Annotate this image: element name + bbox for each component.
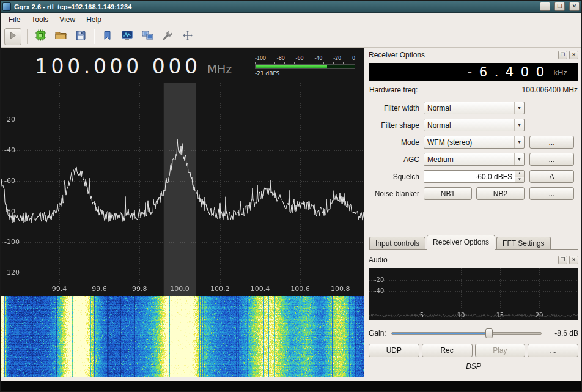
smeter-tick: -100 (255, 56, 266, 61)
iq-tool-button[interactable] (120, 28, 134, 45)
receiver-dock-close-button[interactable]: ✕ (569, 51, 578, 59)
noise-blanker-label: Noise blanker (369, 190, 424, 198)
filter-width-select[interactable]: Normal ▾ (424, 102, 525, 114)
toolbar-separator (27, 29, 28, 44)
toolbar-separator (94, 29, 94, 44)
mode-select[interactable]: WFM (stereo) ▾ (424, 136, 525, 149)
agc-row: AGC Medium ▾ ... (369, 153, 578, 166)
hardware-freq-row: Hardware freq: 100.006400 MHz (369, 86, 578, 94)
tab-fft-settings[interactable]: FFT Settings (496, 237, 550, 249)
frequency-row: 100.000 000MHz -100 -80 -60 -40 -20 0 (1, 48, 364, 83)
gain-row: Gain: -8.6 dB (369, 328, 578, 338)
waterfall[interactable] (1, 296, 364, 377)
smeter-tick: 0 (352, 56, 355, 61)
nb2-button[interactable]: NB2 (476, 187, 525, 200)
play-button[interactable]: Play (475, 344, 526, 357)
spectrum-plot[interactable]: -20-40-60-80-100-120 99.499.699.8100.010… (1, 83, 364, 296)
dock-tabs: Input controls Receiver Options FFT Sett… (369, 235, 578, 250)
menu-file[interactable]: File (3, 14, 26, 25)
fullscreen-button[interactable] (180, 28, 195, 45)
gain-value: -8.6 dB (547, 329, 578, 338)
menu-help[interactable]: Help (81, 14, 107, 25)
frequency-display[interactable]: 100.000 000MHz (35, 54, 232, 78)
filter-shape-label: Filter shape (369, 121, 424, 130)
mode-options-button[interactable]: ... (529, 136, 574, 149)
filter-shape-select[interactable]: Normal ▾ (424, 119, 525, 131)
right-panel: Receiver Options ❐ ✕ -6.400 kHz Hardware… (364, 48, 581, 377)
gain-slider[interactable] (391, 328, 542, 338)
dsp-label: DSP (369, 362, 578, 371)
save-settings-button[interactable] (73, 28, 88, 45)
filter-width-value: Normal (424, 104, 514, 113)
receiver-dock-float-button[interactable]: ❐ (558, 51, 567, 59)
minimize-button[interactable]: _ (540, 2, 550, 11)
filter-offset-display[interactable]: -6.400 kHz (369, 63, 578, 81)
dsp-settings-button[interactable] (160, 28, 175, 45)
squelch-row: Squelch -60,0 dBFS ▲ ▼ A (369, 170, 578, 183)
chevron-down-icon: ▾ (514, 153, 524, 165)
gain-slider-groove[interactable] (391, 332, 542, 335)
mode-row: Mode WFM (stereo) ▾ ... (369, 136, 578, 149)
spectrum-canvas[interactable] (1, 83, 364, 296)
io-devices-button[interactable] (33, 28, 48, 45)
filter-offset-digits[interactable]: -6.400 (468, 65, 551, 80)
start-dsp-button[interactable] (4, 28, 21, 45)
gain-label: Gain: (369, 329, 386, 338)
squelch-label: Squelch (369, 172, 424, 181)
smeter-tick: -40 (314, 56, 322, 61)
chevron-down-icon: ▾ (514, 102, 524, 114)
audio-options-button[interactable]: ... (528, 344, 578, 357)
filter-width-row: Filter width Normal ▾ (369, 102, 578, 114)
audio-buttons-row: UDP Rec Play ... (369, 344, 578, 357)
noise-blanker-options-button[interactable]: ... (529, 187, 574, 200)
audio-dock-close-button[interactable]: ✕ (569, 256, 578, 264)
bookmark-icon (103, 31, 111, 43)
close-button[interactable]: ✕ (569, 2, 580, 11)
signal-meter-reading: -21 dBFS (255, 70, 355, 76)
signal-meter-scale: -100 -80 -60 -40 -20 0 (255, 56, 355, 61)
load-settings-button[interactable] (53, 28, 68, 45)
wrench-icon (162, 30, 173, 43)
squelch-auto-button[interactable]: A (529, 170, 574, 183)
agc-select[interactable]: Medium ▾ (424, 153, 525, 166)
audio-dock-float-button[interactable]: ❐ (558, 256, 567, 264)
tab-input-controls[interactable]: Input controls (369, 237, 425, 249)
agc-options-button[interactable]: ... (529, 153, 574, 166)
nb1-button[interactable]: NB1 (424, 187, 472, 200)
smeter-tick: -80 (277, 56, 285, 61)
gain-slider-fill (392, 333, 489, 334)
audio-spectrum-canvas (369, 268, 578, 320)
squelch-spinbox[interactable]: -60,0 dBFS ▲ ▼ (424, 170, 525, 183)
maximize-button[interactable]: ❒ (554, 2, 565, 11)
receiver-options-dock-header: Receiver Options ❐ ✕ (369, 50, 578, 60)
spin-up-icon[interactable]: ▲ (515, 171, 524, 177)
remote-control-button[interactable] (140, 28, 155, 45)
frequency-digits[interactable]: 100.000 000 (35, 54, 201, 78)
audio-dock-header: Audio ❐ ✕ (369, 255, 578, 265)
hardware-freq-label: Hardware freq: (369, 86, 418, 94)
filter-width-label: Filter width (369, 104, 424, 113)
spin-down-icon[interactable]: ▼ (515, 177, 524, 183)
frequency-unit: MHz (207, 62, 232, 76)
mode-label: Mode (369, 138, 424, 147)
menu-tools[interactable]: Tools (26, 14, 54, 25)
filter-shape-value: Normal (424, 121, 514, 130)
spectrum-pane: 100.000 000MHz -100 -80 -60 -40 -20 0 (1, 48, 364, 377)
gain-slider-handle[interactable] (485, 328, 493, 338)
signal-meter-fill (256, 65, 327, 68)
main-area: 100.000 000MHz -100 -80 -60 -40 -20 0 (1, 48, 581, 377)
bookmarks-button[interactable] (100, 28, 114, 45)
udp-button[interactable]: UDP (369, 344, 419, 357)
rec-button[interactable]: Rec (422, 344, 473, 357)
agc-value: Medium (424, 155, 514, 164)
spinbox-arrows[interactable]: ▲ ▼ (515, 171, 524, 182)
menu-view[interactable]: View (54, 14, 81, 25)
tab-receiver-options[interactable]: Receiver Options (427, 235, 495, 249)
toolbar (1, 26, 581, 48)
squelch-value[interactable]: -60,0 dBFS (424, 172, 515, 181)
hardware-freq-value: 100.006400 MHz (522, 86, 578, 94)
app-icon (2, 2, 11, 11)
filter-offset-unit: kHz (554, 68, 567, 77)
computers-icon (142, 31, 153, 43)
audio-spectrum: -20-405101520 (369, 268, 578, 320)
